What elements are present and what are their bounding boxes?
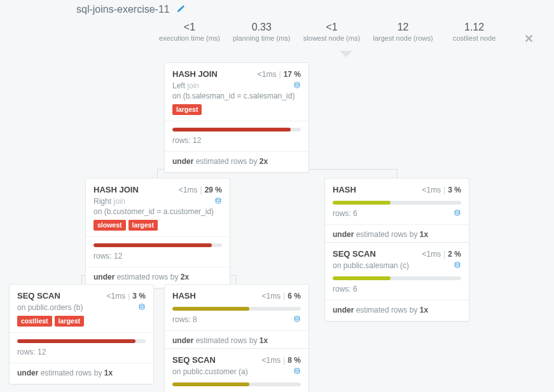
metrics-bar: <1 execution time (ms) 0.33 planning tim… xyxy=(159,22,503,42)
plan-node-hash-join-child[interactable]: HASH JOIN <1ms|29 % Right join on (b.cus… xyxy=(85,178,230,288)
page-title: sql-joins-exercise-11 xyxy=(76,4,170,15)
rows-bar xyxy=(333,276,461,280)
node-title: HASH xyxy=(172,291,196,301)
metric-label: planning time (ms) xyxy=(233,34,290,42)
node-meta: <1ms|3 % xyxy=(107,292,146,301)
badge-largest: largest xyxy=(128,220,158,231)
badge-costliest: costliest xyxy=(17,316,52,327)
node-badges: costliest largest xyxy=(17,316,146,327)
edit-icon[interactable] xyxy=(176,4,185,15)
estimate-line: under estimated rows by 1x xyxy=(325,300,469,314)
svg-point-0 xyxy=(294,83,300,84)
plan-node-seqscan-customer[interactable]: SEQ SCAN <1ms|8 % on public.customer (a)… xyxy=(164,348,309,392)
plan-node-hash-join-root[interactable]: HASH JOIN <1ms|17 % Left join on (b.sale… xyxy=(164,62,309,173)
metric-label: costliest node xyxy=(446,34,503,42)
plan-node-hash-left[interactable]: HASH <1ms|6 % rows: 8 under estimated ro… xyxy=(164,284,309,352)
close-icon[interactable]: ✕ xyxy=(524,32,534,46)
connector xyxy=(81,275,82,284)
database-icon xyxy=(138,304,146,311)
rows-line: rows: 8 xyxy=(172,315,301,324)
plan-node-hash-right[interactable]: HASH <1ms|3 % rows: 6 under estimated ro… xyxy=(324,178,469,246)
rows-count: rows: 6 xyxy=(333,285,461,294)
rows-bar xyxy=(172,128,301,132)
node-title: HASH JOIN xyxy=(93,185,139,194)
estimate-line: under estimated rows by 1x xyxy=(165,330,308,345)
database-icon xyxy=(293,368,301,375)
rows-bar xyxy=(172,307,301,311)
node-meta: <1ms|29 % xyxy=(179,186,222,194)
metric-label: largest node (rows) xyxy=(373,34,433,42)
node-pct: 2 % xyxy=(448,250,461,259)
node-meta: <1ms|8 % xyxy=(262,356,301,365)
metric-value: <1 xyxy=(159,22,220,33)
node-time: <1ms xyxy=(262,292,281,301)
join-condition: on (b.salesman_id = c.salesman_id) xyxy=(172,91,301,100)
metric-label: execution time (ms) xyxy=(159,34,220,42)
node-badges: largest xyxy=(172,104,301,115)
node-pct: 3 % xyxy=(132,292,146,301)
svg-point-4 xyxy=(139,304,144,306)
badge-slowest: slowest xyxy=(93,220,126,231)
node-pct: 3 % xyxy=(448,186,461,194)
rows-count: rows: 12 xyxy=(172,136,301,145)
node-meta: <1ms|17 % xyxy=(258,70,301,79)
rows-count: rows: 6 xyxy=(333,209,357,218)
plan-node-seqscan-salesman[interactable]: SEQ SCAN <1ms|2 % on public.salesman (c)… xyxy=(324,242,469,321)
rows-count: rows: 12 xyxy=(93,252,222,260)
svg-point-1 xyxy=(216,198,221,200)
join-type: Left join xyxy=(172,81,199,90)
divider xyxy=(10,332,153,333)
plan-node-seqscan-orders[interactable]: SEQ SCAN <1ms|3 % on public.orders (b) c… xyxy=(9,284,154,384)
connector xyxy=(236,275,237,284)
node-pct: 17 % xyxy=(284,70,301,79)
metric-value: 0.33 xyxy=(233,22,290,33)
node-relation: on public.salesman (c) xyxy=(333,261,409,270)
svg-point-5 xyxy=(294,316,300,318)
database-icon xyxy=(454,210,461,217)
rows-count: rows: 12 xyxy=(17,348,146,356)
node-time: <1ms xyxy=(258,70,277,79)
rows-line: rows: 6 xyxy=(333,209,461,218)
join-type: Right join xyxy=(93,197,125,206)
metric-costliest-node: 1.12 costliest node xyxy=(446,22,503,42)
rows-bar xyxy=(17,339,146,343)
node-meta: <1ms|3 % xyxy=(422,186,462,194)
node-time: <1ms xyxy=(262,356,281,365)
divider xyxy=(86,236,230,237)
svg-point-6 xyxy=(294,368,300,370)
node-time: <1ms xyxy=(179,186,198,194)
estimate-line: under estimated rows by 2x xyxy=(165,151,308,166)
metric-plan-time: 0.33 planning time (ms) xyxy=(233,22,290,42)
estimate-line: under estimated rows by 1x xyxy=(325,224,469,239)
node-meta: <1ms|6 % xyxy=(262,292,301,301)
metric-label: slowest node (ms) xyxy=(303,34,360,42)
metric-value: <1 xyxy=(303,22,360,33)
node-pct: 29 % xyxy=(205,186,222,194)
database-icon xyxy=(454,262,461,269)
rows-bar xyxy=(172,382,301,386)
join-condition: on (b.customer_id = a.customer_id) xyxy=(93,207,222,216)
rows-bar xyxy=(93,243,222,247)
rows-count: rows: 8 xyxy=(172,315,197,324)
metric-exec-time: <1 execution time (ms) xyxy=(159,22,220,42)
page-header: sql-joins-exercise-11 xyxy=(76,4,185,15)
divider xyxy=(165,121,308,121)
badge-largest: largest xyxy=(172,104,202,115)
database-icon xyxy=(293,316,301,323)
node-time: <1ms xyxy=(107,292,126,301)
svg-point-2 xyxy=(455,210,460,212)
node-title: SEQ SCAN xyxy=(172,355,216,365)
estimate-line: under estimated rows by 2x xyxy=(86,267,230,281)
metric-largest-node: 12 largest node (rows) xyxy=(373,22,433,42)
metric-value: 1.12 xyxy=(446,22,503,33)
database-icon xyxy=(293,82,301,90)
node-time: <1ms xyxy=(422,186,441,194)
node-relation: on public.customer (a) xyxy=(172,367,248,376)
metric-slowest-node: <1 slowest node (ms) xyxy=(303,22,360,42)
estimate-line: under estimated rows by 1x xyxy=(10,363,153,377)
node-title: SEQ SCAN xyxy=(17,291,60,301)
database-icon xyxy=(214,198,222,205)
node-title: HASH JOIN xyxy=(172,69,218,79)
node-relation: on public.orders (b) xyxy=(17,303,83,312)
node-time: <1ms xyxy=(422,250,441,259)
